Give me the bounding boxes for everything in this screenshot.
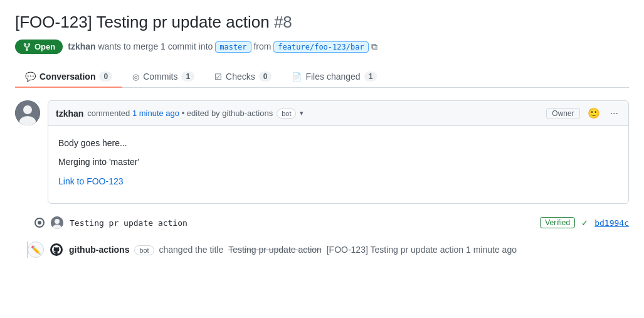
pr-meta: Open tzkhan wants to merge 1 commit into…: [15, 40, 629, 54]
comment-box: tzkhan commented 1 minute ago • edited b…: [48, 100, 629, 204]
pr-title: [FOO-123] Testing pr update action #8: [15, 13, 629, 32]
commit-message: Testing pr update action: [70, 218, 534, 228]
github-actions-avatar: [50, 243, 63, 256]
base-branch[interactable]: master: [215, 41, 251, 53]
bot-dropdown-arrow[interactable]: ▾: [300, 109, 304, 117]
commit-hash-link[interactable]: bd1994c: [594, 218, 629, 228]
tab-conversation[interactable]: 💬 Conversation 0: [15, 66, 122, 88]
comment-meta: commented 1 minute ago • edited by githu…: [87, 109, 273, 118]
files-icon: 📄: [292, 72, 302, 82]
avatar: [15, 100, 40, 125]
verified-badge: Verified: [540, 217, 575, 228]
conversation-icon: 💬: [25, 72, 36, 82]
comment-wrapper: tzkhan commented 1 minute ago • edited b…: [15, 100, 629, 204]
comment-link[interactable]: Link to FOO-123: [58, 176, 124, 186]
comment-header: tzkhan commented 1 minute ago • edited b…: [48, 101, 628, 126]
github-logo-icon: [52, 245, 61, 254]
activity-row: ✏️ github-actions bot changed the title …: [28, 241, 629, 258]
tab-files-changed[interactable]: 📄 Files changed 1: [282, 66, 387, 88]
pr-number: #8: [274, 13, 292, 31]
avatar-image: [15, 100, 40, 125]
checks-icon: ☑: [214, 72, 222, 82]
activity-text: github-actions bot changed the title Tes…: [69, 245, 517, 255]
head-branch[interactable]: feature/foo-123/bar: [273, 41, 368, 53]
tab-checks[interactable]: ☑ Checks 0: [204, 66, 282, 88]
commit-row: Testing pr update action Verified ✓ bd19…: [28, 216, 629, 229]
more-options-button[interactable]: ···: [608, 107, 621, 120]
pr-meta-author: tzkhan wants to merge 1 commit into mast…: [68, 41, 377, 52]
timeline: Testing pr update action Verified ✓ bd19…: [15, 216, 629, 258]
emoji-reaction-button[interactable]: 🙂: [585, 106, 603, 120]
comment-author[interactable]: tzkhan: [56, 109, 83, 119]
status-badge: Open: [15, 40, 63, 54]
tab-commits[interactable]: ◎ Commits 1: [122, 66, 204, 88]
content-area: tzkhan commented 1 minute ago • edited b…: [15, 88, 629, 258]
tab-bar: 💬 Conversation 0 ◎ Commits 1 ☑ Checks 0 …: [15, 66, 629, 88]
check-icon: ✓: [581, 218, 588, 228]
old-title: Testing pr update action: [228, 245, 322, 255]
comment-line1: Body goes here...: [58, 136, 618, 150]
comment-line2: Merging into 'master': [58, 155, 618, 169]
commit-dot-inner: [38, 221, 41, 225]
activity-bot-badge: bot: [134, 245, 154, 255]
bot-badge: bot: [277, 109, 296, 119]
comment-header-left: tzkhan commented 1 minute ago • edited b…: [56, 109, 304, 119]
svg-point-1: [23, 105, 32, 114]
merge-icon: [23, 43, 31, 51]
activity-time-link[interactable]: 1 minute ago: [466, 245, 517, 255]
commit-dot: [34, 218, 45, 228]
comment-body: Body goes here... Merging into 'master' …: [48, 126, 628, 203]
commit-small-avatar: [51, 216, 63, 229]
svg-point-4: [55, 219, 60, 224]
activity-pencil-icon: ✏️: [28, 241, 44, 258]
owner-badge: Owner: [546, 108, 579, 119]
copy-icon[interactable]: ⧉: [371, 41, 377, 51]
comment-time-link[interactable]: 1 minute ago: [132, 109, 179, 118]
comment-header-right: Owner 🙂 ···: [546, 106, 621, 120]
commits-icon: ◎: [132, 72, 139, 82]
